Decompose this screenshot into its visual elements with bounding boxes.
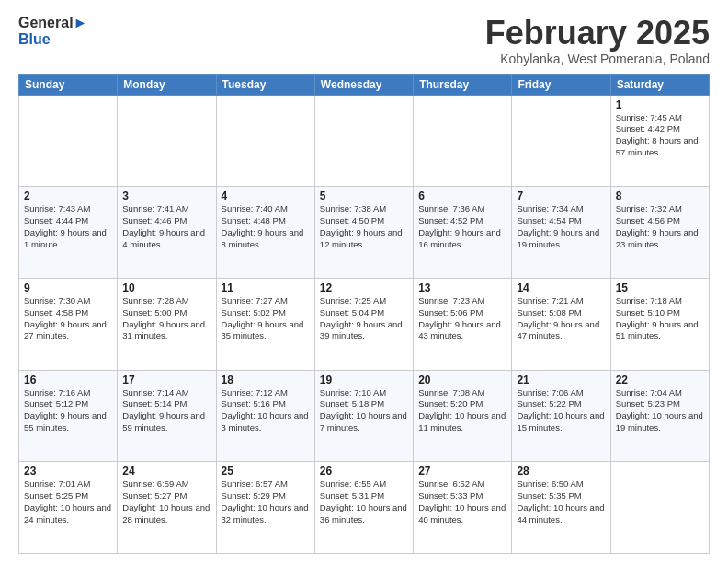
day-cell-1-2: 4Sunrise: 7:40 AM Sunset: 4:48 PM Daylig… <box>216 187 314 279</box>
day-cell-4-1: 24Sunrise: 6:59 AM Sunset: 5:27 PM Dayli… <box>118 462 216 554</box>
header-saturday: Saturday <box>610 74 709 95</box>
header-friday: Friday <box>512 74 610 95</box>
day-info: Sunrise: 7:14 AM Sunset: 5:14 PM Dayligh… <box>122 387 210 434</box>
header-tuesday: Tuesday <box>216 74 314 95</box>
week-row-0: 1Sunrise: 7:45 AM Sunset: 4:42 PM Daylig… <box>19 95 710 187</box>
day-number: 4 <box>222 190 310 202</box>
day-info: Sunrise: 7:34 AM Sunset: 4:54 PM Dayligh… <box>517 203 605 250</box>
week-row-2: 9Sunrise: 7:30 AM Sunset: 4:58 PM Daylig… <box>19 278 710 370</box>
header-wednesday: Wednesday <box>314 74 413 95</box>
day-cell-2-2: 11Sunrise: 7:27 AM Sunset: 5:02 PM Dayli… <box>216 278 314 370</box>
day-info: Sunrise: 7:41 AM Sunset: 4:46 PM Dayligh… <box>122 203 210 250</box>
day-number: 16 <box>24 373 112 386</box>
day-number: 8 <box>616 190 704 202</box>
day-info: Sunrise: 7:27 AM Sunset: 5:02 PM Dayligh… <box>222 295 310 342</box>
day-number: 12 <box>320 282 408 294</box>
weekday-header-row: Sunday Monday Tuesday Wednesday Thursday… <box>19 74 710 95</box>
day-number: 15 <box>616 282 704 294</box>
day-cell-1-4: 6Sunrise: 7:36 AM Sunset: 4:52 PM Daylig… <box>414 187 512 279</box>
day-number: 26 <box>320 465 408 477</box>
day-number: 9 <box>24 282 112 294</box>
day-info: Sunrise: 7:04 AM Sunset: 5:23 PM Dayligh… <box>616 387 704 434</box>
title-block: February 2025 Kobylanka, West Pomerania,… <box>485 15 710 66</box>
day-cell-3-4: 20Sunrise: 7:08 AM Sunset: 5:20 PM Dayli… <box>414 370 512 462</box>
day-number: 19 <box>320 373 408 386</box>
day-number: 24 <box>122 465 210 477</box>
day-info: Sunrise: 7:18 AM Sunset: 5:10 PM Dayligh… <box>616 295 704 342</box>
day-info: Sunrise: 7:30 AM Sunset: 4:58 PM Dayligh… <box>24 295 112 342</box>
week-row-4: 23Sunrise: 7:01 AM Sunset: 5:25 PM Dayli… <box>19 462 710 554</box>
day-cell-2-0: 9Sunrise: 7:30 AM Sunset: 4:58 PM Daylig… <box>19 278 118 370</box>
day-cell-2-5: 14Sunrise: 7:21 AM Sunset: 5:08 PM Dayli… <box>512 278 610 370</box>
day-cell-2-1: 10Sunrise: 7:28 AM Sunset: 5:00 PM Dayli… <box>118 278 216 370</box>
day-info: Sunrise: 7:10 AM Sunset: 5:18 PM Dayligh… <box>320 387 408 434</box>
day-info: Sunrise: 7:38 AM Sunset: 4:50 PM Dayligh… <box>320 203 408 250</box>
day-number: 23 <box>24 465 112 477</box>
day-cell-1-3: 5Sunrise: 7:38 AM Sunset: 4:50 PM Daylig… <box>314 187 413 279</box>
day-cell-4-6 <box>610 462 709 554</box>
day-info: Sunrise: 7:25 AM Sunset: 5:04 PM Dayligh… <box>320 295 408 342</box>
day-number: 10 <box>122 282 210 294</box>
day-number: 2 <box>24 190 112 202</box>
day-cell-1-5: 7Sunrise: 7:34 AM Sunset: 4:54 PM Daylig… <box>512 187 610 279</box>
day-cell-1-1: 3Sunrise: 7:41 AM Sunset: 4:46 PM Daylig… <box>118 187 216 279</box>
day-info: Sunrise: 7:36 AM Sunset: 4:52 PM Dayligh… <box>418 203 506 250</box>
day-info: Sunrise: 7:40 AM Sunset: 4:48 PM Dayligh… <box>222 203 310 250</box>
header-monday: Monday <box>118 74 216 95</box>
day-info: Sunrise: 6:50 AM Sunset: 5:35 PM Dayligh… <box>517 478 605 525</box>
day-number: 3 <box>122 190 210 202</box>
day-info: Sunrise: 6:55 AM Sunset: 5:31 PM Dayligh… <box>320 478 408 525</box>
day-info: Sunrise: 7:28 AM Sunset: 5:00 PM Dayligh… <box>122 295 210 342</box>
day-cell-0-1 <box>118 95 216 187</box>
calendar-table: Sunday Monday Tuesday Wednesday Thursday… <box>18 74 710 554</box>
day-cell-0-2 <box>216 95 314 187</box>
day-cell-0-5 <box>512 95 610 187</box>
logo: General► Blue <box>18 15 87 47</box>
day-info: Sunrise: 6:52 AM Sunset: 5:33 PM Dayligh… <box>418 478 506 525</box>
day-number: 11 <box>222 282 310 294</box>
day-cell-3-3: 19Sunrise: 7:10 AM Sunset: 5:18 PM Dayli… <box>314 370 413 462</box>
day-cell-0-4 <box>414 95 512 187</box>
day-cell-4-0: 23Sunrise: 7:01 AM Sunset: 5:25 PM Dayli… <box>19 462 118 554</box>
day-number: 20 <box>418 373 506 386</box>
day-info: Sunrise: 6:59 AM Sunset: 5:27 PM Dayligh… <box>122 478 210 525</box>
header: General► Blue February 2025 Kobylanka, W… <box>18 15 710 66</box>
day-info: Sunrise: 7:21 AM Sunset: 5:08 PM Dayligh… <box>517 295 605 342</box>
day-number: 28 <box>517 465 605 477</box>
day-info: Sunrise: 6:57 AM Sunset: 5:29 PM Dayligh… <box>222 478 310 525</box>
header-sunday: Sunday <box>19 74 118 95</box>
day-info: Sunrise: 7:06 AM Sunset: 5:22 PM Dayligh… <box>517 387 605 434</box>
day-number: 1 <box>616 98 704 111</box>
day-cell-4-2: 25Sunrise: 6:57 AM Sunset: 5:29 PM Dayli… <box>216 462 314 554</box>
day-number: 25 <box>222 465 310 477</box>
day-cell-2-4: 13Sunrise: 7:23 AM Sunset: 5:06 PM Dayli… <box>414 278 512 370</box>
logo-text: General► Blue <box>18 15 87 47</box>
day-number: 22 <box>616 373 704 386</box>
day-number: 18 <box>222 373 310 386</box>
calendar-body: 1Sunrise: 7:45 AM Sunset: 4:42 PM Daylig… <box>19 95 710 553</box>
day-cell-1-6: 8Sunrise: 7:32 AM Sunset: 4:56 PM Daylig… <box>610 187 709 279</box>
day-info: Sunrise: 7:16 AM Sunset: 5:12 PM Dayligh… <box>24 387 112 434</box>
day-info: Sunrise: 7:32 AM Sunset: 4:56 PM Dayligh… <box>616 203 704 250</box>
day-cell-1-0: 2Sunrise: 7:43 AM Sunset: 4:44 PM Daylig… <box>19 187 118 279</box>
day-cell-0-6: 1Sunrise: 7:45 AM Sunset: 4:42 PM Daylig… <box>610 95 709 187</box>
day-cell-3-0: 16Sunrise: 7:16 AM Sunset: 5:12 PM Dayli… <box>19 370 118 462</box>
day-cell-2-6: 15Sunrise: 7:18 AM Sunset: 5:10 PM Dayli… <box>610 278 709 370</box>
day-info: Sunrise: 7:43 AM Sunset: 4:44 PM Dayligh… <box>24 203 112 250</box>
day-cell-4-4: 27Sunrise: 6:52 AM Sunset: 5:33 PM Dayli… <box>414 462 512 554</box>
week-row-3: 16Sunrise: 7:16 AM Sunset: 5:12 PM Dayli… <box>19 370 710 462</box>
day-number: 21 <box>517 373 605 386</box>
day-cell-3-6: 22Sunrise: 7:04 AM Sunset: 5:23 PM Dayli… <box>610 370 709 462</box>
day-cell-4-5: 28Sunrise: 6:50 AM Sunset: 5:35 PM Dayli… <box>512 462 610 554</box>
day-cell-0-0 <box>19 95 118 187</box>
day-number: 7 <box>517 190 605 202</box>
day-number: 5 <box>320 190 408 202</box>
header-thursday: Thursday <box>414 74 512 95</box>
day-number: 14 <box>517 282 605 294</box>
day-info: Sunrise: 7:45 AM Sunset: 4:42 PM Dayligh… <box>616 112 704 159</box>
calendar-title: February 2025 <box>485 15 710 52</box>
day-info: Sunrise: 7:12 AM Sunset: 5:16 PM Dayligh… <box>222 387 310 434</box>
day-number: 17 <box>122 373 210 386</box>
calendar-subtitle: Kobylanka, West Pomerania, Poland <box>485 52 710 66</box>
day-number: 6 <box>418 190 506 202</box>
